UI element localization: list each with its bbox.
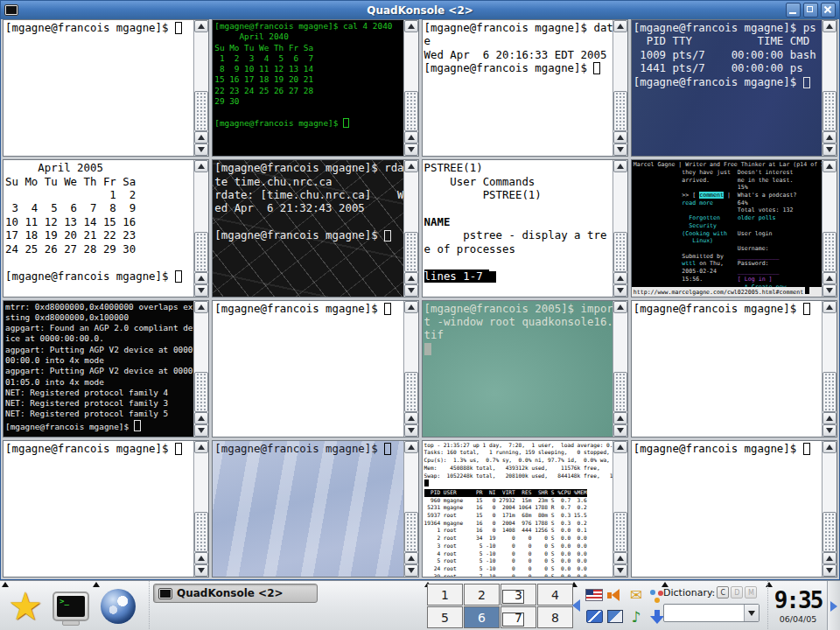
scroll-up-button[interactable]: [404, 20, 418, 32]
terminal-screen[interactable]: [mgagne@francois mgagne]$: [4, 20, 193, 156]
restore-button[interactable]: [803, 3, 818, 18]
scroll-down-button[interactable]: [613, 424, 627, 437]
terminal-screen[interactable]: [mgagne@francois 2005]$ impor t -window …: [423, 301, 612, 437]
scrollbar[interactable]: [822, 441, 836, 577]
scroll-up-button[interactable]: [613, 131, 627, 144]
scrollbar-track[interactable]: [822, 32, 836, 131]
scrollbar-thumb[interactable]: [404, 232, 418, 272]
pager-desktop-6[interactable]: 6: [464, 606, 500, 628]
scrollbar-thumb[interactable]: [194, 91, 208, 131]
scrollbar[interactable]: [822, 20, 836, 156]
scrollbar-track[interactable]: [822, 453, 836, 552]
scrollbar-track[interactable]: [404, 32, 418, 131]
dictionary-m-button[interactable]: M: [745, 586, 757, 598]
scroll-down-button[interactable]: [613, 564, 627, 577]
scroll-down-button[interactable]: [404, 284, 418, 297]
scroll-up-button[interactable]: [822, 552, 836, 564]
scrollbar[interactable]: [612, 441, 627, 577]
scrollbar-thumb[interactable]: [404, 91, 418, 131]
scrollbar-track[interactable]: [613, 172, 627, 271]
scrollbar-track[interactable]: [194, 32, 208, 131]
close-button[interactable]: [821, 3, 836, 18]
scroll-down-button[interactable]: [822, 424, 836, 437]
combobox-dropdown-button[interactable]: [744, 605, 759, 621]
terminal-screen[interactable]: top - 21:35:27 up 1 day, 7:28, 1 user, l…: [423, 441, 612, 577]
scrollbar-track[interactable]: [404, 313, 418, 412]
pager-desktop-3[interactable]: 3: [500, 584, 536, 606]
scrollbar-track[interactable]: [194, 453, 208, 552]
terminal-screen[interactable]: [mgagne@francois mgagne]$ ps PID TTY TIM…: [632, 20, 822, 156]
scroll-up-button[interactable]: [822, 20, 836, 32]
scroll-up-button[interactable]: [404, 131, 418, 144]
terminal-screen[interactable]: PSTREE(1) User Commands PSTREE(1) NAME p…: [423, 160, 612, 296]
scrollbar[interactable]: [612, 160, 627, 296]
scroll-up-button[interactable]: [822, 272, 836, 284]
scroll-up-button[interactable]: [613, 160, 627, 172]
scrollbar-track[interactable]: [613, 313, 627, 412]
scrollbar[interactable]: [403, 20, 418, 156]
scrollbar-thumb[interactable]: [822, 372, 836, 412]
scroll-up-button[interactable]: [613, 272, 627, 284]
scroll-down-button[interactable]: [822, 284, 836, 297]
terminal-screen[interactable]: [mgagne@francois mgagne]$: [213, 441, 402, 577]
scroll-down-button[interactable]: [613, 144, 627, 156]
scrollbar[interactable]: [193, 20, 208, 156]
scroll-up-button[interactable]: [194, 412, 208, 424]
scrollbar[interactable]: [193, 441, 208, 577]
terminal-screen[interactable]: [mgagne@francois mgagne]$: [632, 441, 822, 577]
scrollbar-thumb[interactable]: [404, 372, 418, 412]
window-list-icon[interactable]: [607, 610, 623, 623]
scrollbar-track[interactable]: [613, 32, 627, 131]
scrollbar-thumb[interactable]: [194, 372, 208, 412]
web-browser-globe-icon[interactable]: [98, 586, 138, 626]
scroll-up-button[interactable]: [194, 441, 208, 453]
scrollbar-thumb[interactable]: [822, 232, 836, 272]
scroll-down-button[interactable]: [194, 424, 208, 437]
terminal-screen[interactable]: Marcel Gagne | Writer and Free Thinker a…: [632, 160, 822, 296]
desktop-sharing-icon[interactable]: [586, 610, 603, 623]
scroll-up-button[interactable]: [822, 131, 836, 144]
panel-hide-button[interactable]: [827, 581, 840, 630]
tray-collapse-arrow-icon[interactable]: [572, 599, 580, 612]
scrollbar-thumb[interactable]: [613, 372, 627, 412]
terminal-screen[interactable]: April 2005 Su Mo Tu We Th Fr Sa 1 2 3 4 …: [4, 160, 193, 296]
scrollbar-track[interactable]: [822, 313, 836, 412]
scroll-down-button[interactable]: [404, 424, 418, 437]
scroll-up-button[interactable]: [822, 441, 836, 453]
scrollbar[interactable]: [193, 160, 208, 296]
taskbar-button-quadkonsole[interactable]: QuadKonsole <2>: [153, 584, 318, 603]
scrollbar-track[interactable]: [822, 172, 836, 271]
scroll-up-button[interactable]: [194, 20, 208, 32]
scroll-down-button[interactable]: [822, 564, 836, 577]
pager-desktop-5[interactable]: 5: [427, 606, 463, 628]
scroll-up-button[interactable]: [822, 160, 836, 172]
volume-icon[interactable]: [606, 587, 624, 603]
scroll-up-button[interactable]: [194, 301, 208, 313]
scroll-up-button[interactable]: [404, 412, 418, 424]
scroll-up-button[interactable]: [613, 412, 627, 424]
terminal-screen[interactable]: [mgagne@francois mgagne]$: [632, 301, 822, 437]
scroll-down-button[interactable]: [194, 144, 208, 156]
dictionary-combobox[interactable]: [663, 604, 760, 622]
scroll-down-button[interactable]: [404, 564, 418, 577]
media-player-icon[interactable]: ♪: [627, 609, 645, 625]
keyboard-layout-us-icon[interactable]: [585, 589, 603, 601]
scroll-up-button[interactable]: [194, 131, 208, 144]
scroll-up-button[interactable]: [613, 20, 627, 32]
title-bar[interactable]: QuadKonsole <2>: [1, 1, 839, 19]
scrollbar[interactable]: [822, 160, 836, 296]
scroll-up-button[interactable]: [404, 301, 418, 313]
mail-icon[interactable]: ✉: [627, 587, 645, 603]
scrollbar-thumb[interactable]: [613, 232, 627, 272]
scrollbar-track[interactable]: [613, 453, 627, 552]
scrollbar-thumb[interactable]: [613, 512, 627, 552]
clock-applet[interactable]: 9:35 06/04/05: [767, 581, 828, 630]
dictionary-d-button[interactable]: D: [731, 586, 743, 598]
scrollbar[interactable]: [403, 441, 418, 577]
scrollbar[interactable]: [822, 301, 836, 437]
pager-desktop-4[interactable]: 4: [537, 584, 573, 606]
scrollbar[interactable]: [612, 20, 627, 156]
scrollbar[interactable]: [193, 301, 208, 437]
dictionary-c-button[interactable]: C: [717, 586, 729, 598]
scroll-up-button[interactable]: [822, 412, 836, 424]
